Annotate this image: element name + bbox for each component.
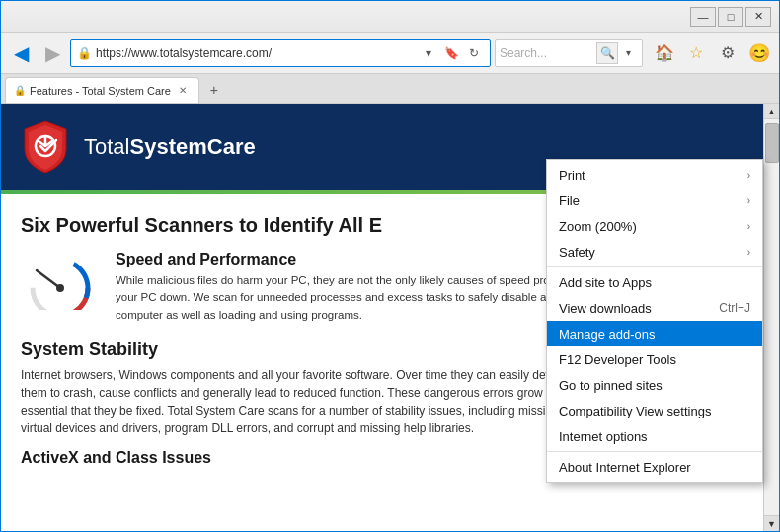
menu-item-label-4: Add site to Apps [559, 275, 652, 290]
logo-shield [21, 119, 70, 175]
lock-icon: 🔒 [77, 46, 92, 60]
menu-item-label-9: Compatibility View settings [559, 404, 711, 418]
menu-item-4[interactable]: Add site to Apps [547, 269, 762, 295]
close-button[interactable]: ✕ [745, 7, 771, 27]
address-bar: ◀ ▶ 🔒 https://www.totalsystemcare.com/ ▾… [1, 33, 779, 74]
tab-features[interactable]: 🔒 Features - Total System Care ✕ [5, 77, 199, 103]
tab-close-button[interactable]: ✕ [175, 83, 191, 99]
title-bar: — □ ✕ [1, 1, 779, 33]
menu-item-shortcut-5: Ctrl+J [719, 301, 750, 315]
back-button[interactable]: ◀ [7, 39, 35, 67]
menu-item-3[interactable]: Safety› [547, 239, 762, 265]
menu-separator-10 [547, 451, 762, 452]
menu-item-label-3: Safety [559, 245, 595, 260]
tab-label: Features - Total System Care [30, 85, 171, 97]
svg-line-4 [37, 270, 60, 288]
menu-item-2[interactable]: Zoom (200%)› [547, 213, 762, 239]
new-tab-button[interactable]: + [201, 77, 227, 103]
menu-item-label-1: File [559, 193, 580, 208]
menu-item-label-8: Go to pinned sites [559, 378, 663, 393]
favorites-icon[interactable]: ☆ [682, 39, 710, 67]
address-input-wrap: 🔒 https://www.totalsystemcare.com/ ▾ 🔖 ↻ [70, 39, 491, 67]
menu-item-label-6: Manage add-ons [559, 327, 656, 342]
menu-item-7[interactable]: F12 Developer Tools [547, 346, 762, 372]
menu-item-arrow-2: › [747, 221, 750, 232]
feature-speed-icon-wrap [21, 251, 100, 324]
gear-icon[interactable]: ⚙ [714, 39, 741, 67]
menu-item-arrow-3: › [747, 247, 750, 258]
toolbar-right: 🏠 ☆ ⚙ 😊 [651, 39, 773, 67]
search-button[interactable]: 🔍 [596, 42, 618, 64]
menu-item-5[interactable]: View downloadsCtrl+J [547, 295, 762, 321]
menu-item-1[interactable]: File› [547, 188, 762, 213]
search-wrap: Search... 🔍 ▾ [495, 39, 643, 67]
menu-item-0[interactable]: Print› [547, 162, 762, 188]
menu-item-label-2: Zoom (200%) [559, 219, 637, 234]
tab-bar: 🔒 Features - Total System Care ✕ + [1, 74, 779, 104]
scrollbar: ▲ ▼ [763, 104, 779, 531]
menu-item-label-7: F12 Developer Tools [559, 352, 676, 367]
speedometer-icon [21, 251, 100, 310]
menu-item-arrow-0: › [747, 170, 750, 181]
ie-window: — □ ✕ ◀ ▶ 🔒 https://www.totalsystemcare.… [0, 0, 780, 532]
menu-item-arrow-1: › [747, 195, 750, 206]
main-content: TotalSystemCare Six Powerful Scanners to… [1, 104, 779, 531]
menu-separator-3 [547, 266, 762, 267]
scroll-up-arrow[interactable]: ▲ [764, 104, 780, 119]
logo-text: TotalSystemCare [84, 134, 256, 160]
search-placeholder: Search... [500, 46, 596, 60]
url-display: https://www.totalsystemcare.com/ [96, 46, 415, 60]
menu-item-6[interactable]: Manage add-ons [547, 321, 762, 346]
logo-text-normal: Total [84, 134, 129, 159]
menu-item-label-11: About Internet Explorer [559, 460, 691, 475]
forward-button[interactable]: ▶ [39, 39, 66, 67]
menu-item-label-10: Internet options [559, 429, 648, 444]
title-bar-buttons: — □ ✕ [690, 7, 771, 27]
menu-item-9[interactable]: Compatibility View settings [547, 398, 762, 423]
scroll-thumb[interactable] [765, 123, 779, 163]
search-dropdown[interactable]: ▾ [618, 43, 638, 63]
scroll-down-arrow[interactable]: ▼ [764, 515, 780, 531]
menu-item-11[interactable]: About Internet Explorer [547, 454, 762, 480]
bookmark-icon[interactable]: 🔖 [441, 43, 461, 63]
menu-item-label-5: View downloads [559, 301, 652, 316]
context-menu: Print›File›Zoom (200%)›Safety›Add site t… [546, 159, 763, 483]
minimize-button[interactable]: — [690, 7, 716, 27]
logo-text-bold: SystemCare [129, 134, 255, 159]
svg-point-5 [56, 284, 64, 292]
menu-item-10[interactable]: Internet options [547, 423, 762, 449]
menu-item-8[interactable]: Go to pinned sites [547, 372, 762, 398]
address-icons: ▾ 🔖 ↻ [419, 43, 484, 63]
maximize-button[interactable]: □ [718, 7, 743, 27]
tab-favicon: 🔒 [14, 85, 26, 96]
pin-icon[interactable]: ▾ [419, 43, 438, 63]
smiley-icon[interactable]: 😊 [745, 39, 773, 67]
refresh-icon[interactable]: ↻ [464, 43, 484, 63]
menu-item-label-0: Print [559, 168, 585, 183]
home-icon[interactable]: 🏠 [651, 39, 678, 67]
